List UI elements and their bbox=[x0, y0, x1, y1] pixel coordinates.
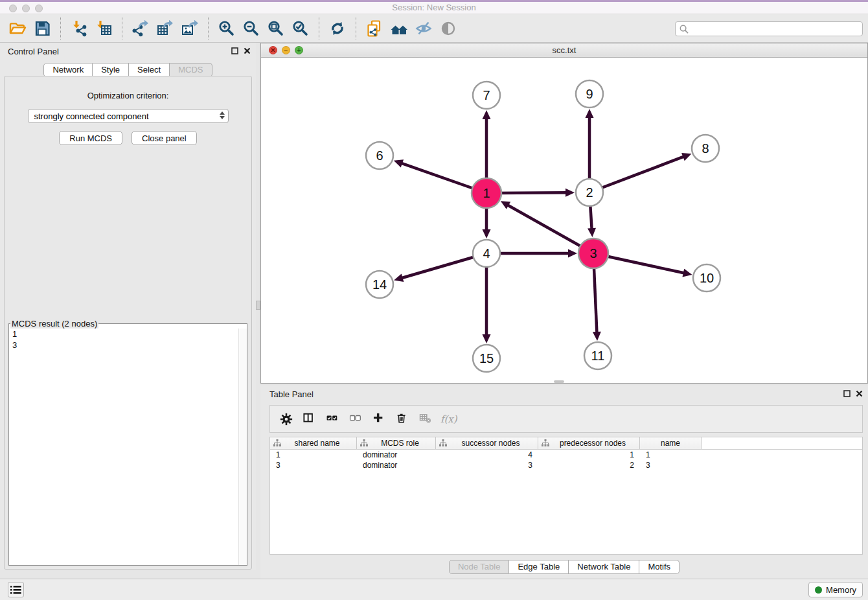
import-network-button[interactable] bbox=[67, 17, 91, 40]
edge-2-8[interactable] bbox=[589, 156, 684, 192]
tab-motifs[interactable]: Motifs bbox=[639, 560, 680, 574]
table-row[interactable]: 1dominator411 bbox=[270, 450, 862, 460]
eye-slash-button[interactable] bbox=[411, 17, 436, 40]
criterion-value: strongly connected component bbox=[34, 111, 149, 121]
close-panel-icon[interactable] bbox=[244, 47, 251, 54]
control-panel: Control Panel NetworkStyleSelectMCDS Opt… bbox=[0, 43, 256, 570]
edge-arrowhead-2-9 bbox=[586, 109, 594, 118]
column-header-label: MCDS role bbox=[368, 439, 435, 448]
column-header-label: successor nodes bbox=[447, 439, 538, 448]
tab-network-table[interactable]: Network Table bbox=[569, 560, 639, 574]
close-panel-button[interactable]: Close panel bbox=[131, 131, 197, 145]
tab-node-table[interactable]: Node Table bbox=[449, 560, 510, 574]
mcds-result-text[interactable]: 13 bbox=[9, 329, 247, 565]
column-header-label: predecessor nodes bbox=[549, 439, 639, 448]
edge-arrowhead-1-6 bbox=[394, 159, 404, 167]
settings-gear-button[interactable] bbox=[277, 410, 296, 429]
table-toolbar: f(x) bbox=[269, 405, 863, 433]
edge-arrowhead-1-7 bbox=[483, 110, 491, 119]
column-header-successor-nodes[interactable]: successor nodes bbox=[436, 437, 538, 449]
save-session-button[interactable] bbox=[30, 17, 54, 40]
table-panel-title: Table Panel bbox=[269, 389, 314, 399]
node-label-2: 2 bbox=[586, 185, 593, 200]
tab-select[interactable]: Select bbox=[129, 63, 170, 77]
open-session-button[interactable] bbox=[5, 17, 30, 40]
memory-status-icon bbox=[815, 586, 822, 594]
cell-successor-nodes[interactable]: 4 bbox=[436, 450, 538, 460]
add-column-button[interactable] bbox=[370, 410, 389, 429]
optimization-label: Optimization criterion: bbox=[5, 91, 251, 100]
select-stepper-icon bbox=[220, 111, 225, 119]
refresh-button[interactable] bbox=[325, 17, 350, 40]
node-label-11: 11 bbox=[591, 349, 605, 363]
cell-predecessor-nodes[interactable]: 1 bbox=[538, 450, 640, 460]
app-window: Session: New Session Control Panel bbox=[0, 0, 868, 600]
cell-predecessor-nodes[interactable]: 2 bbox=[538, 460, 640, 470]
export-image-button[interactable] bbox=[177, 17, 202, 40]
control-panel-tabs: NetworkStyleSelectMCDS bbox=[0, 63, 256, 77]
node-label-15: 15 bbox=[479, 351, 494, 365]
task-history-button[interactable] bbox=[8, 582, 24, 597]
tab-style[interactable]: Style bbox=[93, 63, 129, 77]
cell-MCDS-role[interactable]: dominator bbox=[357, 450, 436, 460]
search-input[interactable] bbox=[689, 22, 862, 36]
result-scrollbar[interactable] bbox=[238, 329, 247, 565]
tab-mcds[interactable]: MCDS bbox=[170, 63, 212, 77]
select-all-button[interactable] bbox=[323, 410, 343, 429]
criterion-select[interactable]: strongly connected component bbox=[28, 109, 229, 123]
split-panel-button[interactable] bbox=[300, 410, 319, 429]
export-table-button[interactable] bbox=[153, 17, 177, 40]
delete-trash-button[interactable] bbox=[393, 410, 413, 429]
search-box[interactable] bbox=[675, 21, 863, 36]
canvas-scrollbar-thumb[interactable] bbox=[554, 380, 564, 383]
memory-button[interactable]: Memory bbox=[808, 582, 863, 597]
toolbar-separator bbox=[208, 17, 209, 40]
tree-column-icon bbox=[360, 439, 368, 447]
cell-shared-name[interactable]: 1 bbox=[270, 450, 357, 460]
zoom-in-button[interactable] bbox=[214, 17, 239, 40]
import-table-button[interactable] bbox=[91, 17, 116, 40]
column-header-shared-name[interactable]: shared name bbox=[270, 437, 357, 449]
edge-arrowhead-3-10 bbox=[682, 269, 692, 277]
edge-arrowhead-4-3 bbox=[568, 249, 577, 258]
edge-arrowhead-2-8 bbox=[681, 153, 691, 161]
network-graph[interactable]: 7968124314101511 bbox=[261, 58, 867, 383]
window-title: Session: New Session bbox=[0, 3, 868, 12]
graphics-details-button[interactable] bbox=[436, 17, 461, 40]
houses-button[interactable] bbox=[387, 17, 411, 40]
export-network-button[interactable] bbox=[128, 17, 153, 40]
cell-name[interactable]: 3 bbox=[640, 460, 702, 470]
mcds-result-legend: MCDS result (2 nodes) bbox=[10, 319, 98, 329]
result-line: 3 bbox=[9, 340, 247, 351]
column-header-name[interactable]: name bbox=[640, 437, 702, 449]
duplicate-network-button[interactable] bbox=[362, 17, 387, 40]
zoom-out-button[interactable] bbox=[239, 17, 264, 40]
zoom-selected-button[interactable] bbox=[288, 17, 313, 40]
float-panel-icon[interactable] bbox=[231, 47, 238, 54]
deselect-all-button[interactable] bbox=[347, 410, 366, 429]
splitter-handle-icon[interactable] bbox=[256, 301, 260, 310]
mcds-result-box: MCDS result (2 nodes) 13 bbox=[8, 319, 247, 566]
network-window-titlebar[interactable]: ✕ − + scc.txt bbox=[261, 43, 867, 58]
toolbar-separator bbox=[122, 17, 122, 40]
column-header-predecessor-nodes[interactable]: predecessor nodes bbox=[538, 437, 640, 449]
panel-splitter[interactable] bbox=[256, 43, 260, 570]
column-header-MCDS-role[interactable]: MCDS role bbox=[357, 437, 436, 449]
float-table-panel-icon[interactable] bbox=[843, 390, 851, 397]
tab-network[interactable]: Network bbox=[43, 63, 93, 77]
toolbar-separator bbox=[356, 17, 356, 40]
cell-name[interactable]: 1 bbox=[640, 450, 702, 460]
cell-shared-name[interactable]: 3 bbox=[270, 460, 357, 470]
tree-column-icon bbox=[439, 439, 447, 447]
zoom-fit-button[interactable] bbox=[264, 17, 288, 40]
cell-successor-nodes[interactable]: 3 bbox=[436, 460, 538, 470]
function-builder-button: f(x) bbox=[440, 410, 459, 429]
run-mcds-button[interactable]: Run MCDS bbox=[59, 131, 122, 145]
close-table-panel-icon[interactable] bbox=[856, 390, 863, 397]
network-canvas[interactable]: 7968124314101511 bbox=[261, 58, 867, 383]
table-row[interactable]: 3dominator323 bbox=[270, 460, 862, 470]
toolbar-separator bbox=[60, 17, 61, 40]
cell-MCDS-role[interactable]: dominator bbox=[357, 460, 436, 470]
tab-edge-table[interactable]: Edge Table bbox=[509, 560, 569, 574]
column-header-label: shared name bbox=[281, 439, 356, 448]
